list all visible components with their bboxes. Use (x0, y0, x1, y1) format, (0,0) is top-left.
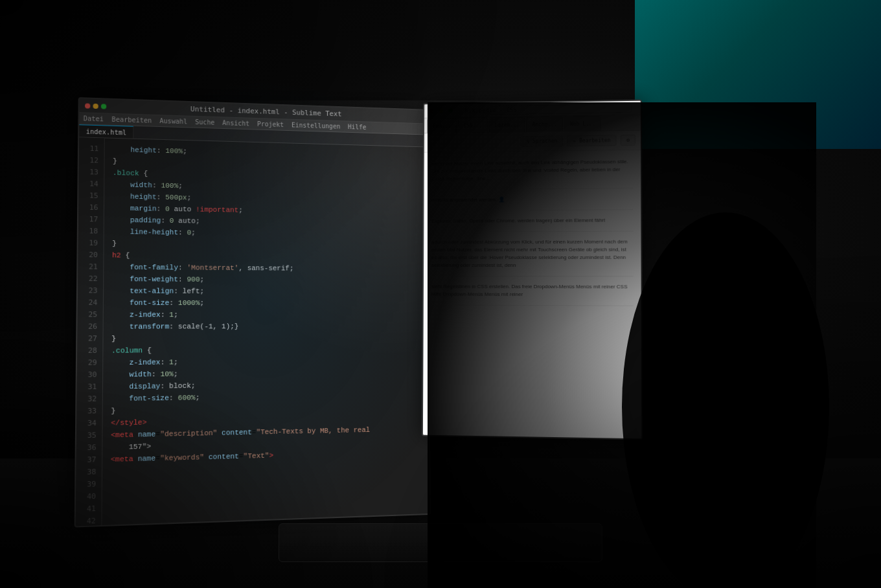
line-num-18: 18 (84, 225, 98, 238)
line-num-32: 32 (83, 393, 97, 405)
keyboard (279, 523, 602, 562)
code-line-27: z-index: 1; (111, 309, 420, 321)
line-num-35: 35 (83, 429, 97, 442)
code-line-28: transform: scale(-1, 1);} (111, 321, 420, 333)
edit-button[interactable]: ✏ Bearbeiten (567, 135, 616, 146)
minimize-dot (93, 103, 98, 108)
line-num-25: 25 (84, 309, 97, 321)
line-num-28: 28 (84, 345, 97, 357)
line-num-14: 14 (85, 178, 98, 190)
line-num-29: 29 (84, 357, 97, 369)
browser-tab-anchor[interactable]: Ancho... (527, 116, 563, 131)
browser-toolbar: % Sprachen ✏ Bearbeiten ⚙ (424, 131, 641, 153)
line-num-41: 41 (82, 503, 97, 515)
line-num-23: 23 (84, 285, 98, 297)
browser-section-5: sieht Regelstinen in CSS erstellen. Das … (431, 283, 634, 306)
browser-tab-web[interactable]: Web L... (564, 116, 601, 131)
editor-area[interactable]: 11 12 13 14 15 16 17 18 19 20 21 22 23 2… (76, 137, 430, 526)
line-numbers: 11 12 13 14 15 16 17 18 19 20 21 22 23 2… (76, 137, 105, 526)
settings-button[interactable]: ⚙ (621, 135, 635, 146)
browser-tab-css[interactable]: CSS... (458, 117, 488, 132)
editor-tab-html[interactable]: index.html (79, 124, 133, 138)
line-num-22: 22 (84, 273, 98, 286)
line-num-13: 13 (85, 166, 98, 179)
monitor-top-right (635, 0, 881, 149)
line-num-39: 39 (82, 479, 96, 492)
line-num-20: 20 (84, 249, 98, 262)
person-silhouette (622, 212, 829, 588)
line-num-38: 38 (82, 466, 96, 479)
code-content: height: 100%; } .block { width: 100%; he… (102, 138, 429, 525)
code-line-26: font-size: 1000%; (111, 297, 420, 309)
line-num-21: 21 (84, 261, 98, 273)
line-num-15: 15 (85, 190, 98, 202)
browser-section-4: adurch oder zumindest Abkürzung vom Klic… (431, 238, 634, 277)
menu-item-help[interactable]: Hilfe (348, 123, 367, 130)
browser-text-5: sieht Regelstinen in CSS erstellen. Das … (431, 283, 634, 299)
browser-section-2: ements angewendet werden. 👤 (431, 195, 633, 211)
browser-content: wenn der Nutzer einen Link auswählt, auc… (423, 150, 641, 439)
line-num-40: 40 (82, 490, 96, 503)
browser-section-1: wenn der Nutzer einen Link auswählt, auc… (431, 158, 633, 190)
browser-text-4: adurch oder zumindest Abkürzung vom Klic… (431, 238, 634, 269)
line-num-42: 42 (82, 515, 96, 526)
code-line-24: font-weight: 900; (112, 273, 420, 286)
browser-section-3: Explorer, Safari, Opera oder Chrome. wer… (431, 216, 633, 232)
browser-minimize (439, 109, 444, 113)
line-num-19: 19 (84, 237, 98, 249)
monitor-right: Wikipedia - CSS Fon... CSS... Lorem... A… (422, 100, 643, 440)
menu-item-select[interactable]: Auswahl (159, 117, 187, 125)
browser-maximize (448, 108, 453, 113)
line-num-27: 27 (84, 333, 97, 345)
line-num-33: 33 (83, 405, 97, 418)
menu-item-edit[interactable]: Bearbeiten (111, 116, 152, 124)
line-num-17: 17 (84, 214, 98, 226)
line-num-24: 24 (84, 297, 97, 309)
menu-item-search[interactable]: Suche (195, 119, 214, 126)
maximize-dot (101, 104, 106, 109)
line-num-12: 12 (85, 155, 98, 167)
menu-item-file[interactable]: Datei (84, 115, 104, 122)
monitor-left: Untitled - index.html - Sublime Text Dat… (74, 97, 431, 527)
line-num-30: 30 (83, 369, 97, 381)
menu-item-view[interactable]: Ansicht (222, 119, 249, 127)
titlebar-controls (85, 103, 106, 109)
line-num-37: 37 (82, 454, 96, 466)
browser-tab-lorem[interactable]: Lorem... (489, 117, 525, 132)
languages-button[interactable]: % Sprachen (520, 135, 563, 147)
line-num-11: 11 (85, 143, 98, 155)
browser-tab-font[interactable]: Fon... (427, 118, 457, 133)
close-dot (85, 103, 90, 108)
browser-text-1: wenn der Nutzer einen Link auswählt, auc… (431, 158, 633, 183)
code-line-25: text-align: left; (112, 285, 420, 297)
line-num-16: 16 (85, 202, 98, 214)
menu-item-project[interactable]: Projekt (257, 120, 284, 128)
line-num-31: 31 (83, 381, 97, 393)
browser-close (429, 109, 434, 113)
browser-text-3: Explorer, Safari, Opera oder Chrome. wer… (431, 216, 633, 225)
menu-item-settings[interactable]: Einstellungen (292, 122, 341, 130)
line-num-36: 36 (82, 442, 96, 454)
browser-url-bar[interactable]: Wikipedia - CSS (462, 103, 632, 115)
line-num-26: 26 (84, 321, 97, 333)
line-num-34: 34 (83, 417, 97, 429)
browser-text-2: ements angewendet werden. 👤 (431, 195, 633, 204)
